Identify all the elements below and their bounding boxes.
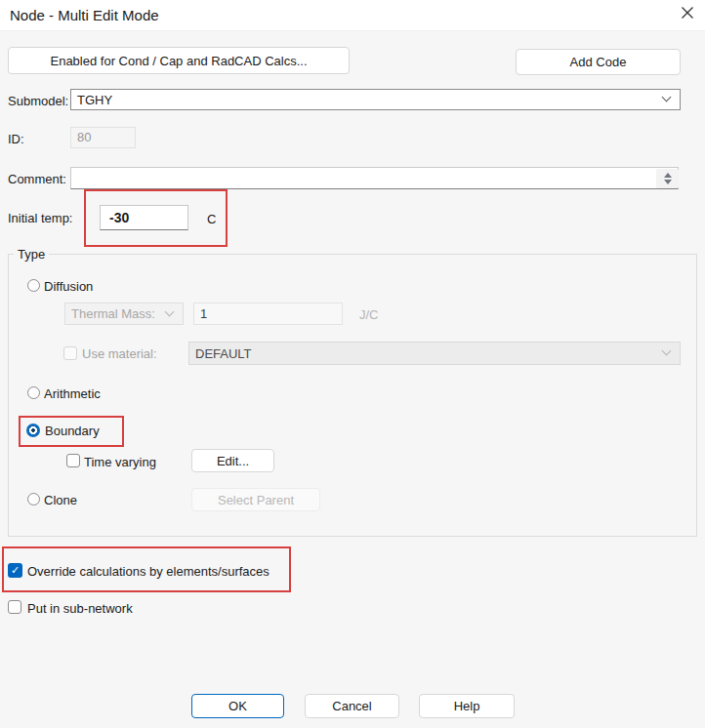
chevron-down-icon: [662, 93, 672, 102]
add-code-button[interactable]: Add Code: [516, 49, 681, 75]
submodel-value: TGHY: [77, 93, 112, 107]
title-bar: Node - Multi Edit Mode: [0, 0, 705, 31]
thermal-mass-combobox: Thermal Mass:: [64, 303, 184, 325]
comment-field[interactable]: [70, 167, 679, 189]
check-icon: ✓: [11, 564, 20, 577]
edit-button[interactable]: Edit...: [191, 449, 274, 472]
help-button[interactable]: Help: [419, 694, 515, 718]
submodel-label: Submodel:: [8, 94, 68, 108]
material-value: DEFAULT: [195, 346, 252, 361]
cancel-button[interactable]: Cancel: [305, 694, 399, 718]
thermal-mass-input: 1: [193, 303, 343, 325]
boundary-label: Boundary: [45, 424, 100, 438]
enabled-calcs-button[interactable]: Enabled for Cond / Cap and RadCAD Calcs.…: [8, 47, 350, 74]
sub-network-label: Put in sub-network: [27, 601, 133, 616]
time-varying-label: Time varying: [84, 455, 156, 469]
clone-label: Clone: [44, 493, 77, 507]
override-checkbox[interactable]: ✓: [8, 563, 22, 578]
diffusion-label: Diffusion: [44, 279, 93, 294]
arithmetic-label: Arithmetic: [44, 386, 101, 401]
chevron-down-icon: [165, 306, 175, 316]
boundary-radio[interactable]: [26, 424, 40, 437]
initial-temp-input[interactable]: -30: [100, 205, 188, 230]
id-field: 80: [70, 127, 136, 148]
spinner-down-icon[interactable]: [664, 180, 672, 184]
comment-spinner[interactable]: [656, 169, 679, 188]
close-button[interactable]: [679, 6, 696, 23]
clone-radio[interactable]: [27, 493, 40, 506]
window-title: Node - Multi Edit Mode: [10, 7, 159, 23]
spinner-up-icon[interactable]: [664, 173, 672, 178]
type-groupbox: [8, 254, 697, 537]
material-combobox: DEFAULT: [188, 342, 681, 365]
initial-temp-unit: C: [207, 212, 216, 226]
comment-label: Comment:: [8, 172, 66, 186]
id-label: ID:: [8, 132, 24, 146]
thermal-mass-value: Thermal Mass:: [71, 306, 155, 321]
sub-network-checkbox[interactable]: [8, 600, 21, 614]
select-parent-button: Select Parent: [191, 488, 320, 511]
initial-temp-label: Initial temp:: [8, 211, 72, 225]
submodel-combobox[interactable]: TGHY: [70, 89, 681, 110]
use-material-checkbox: [63, 346, 77, 360]
thermal-mass-unit: J/C: [359, 307, 379, 322]
chevron-down-icon: [662, 346, 672, 356]
ok-button[interactable]: OK: [191, 694, 284, 718]
diffusion-radio[interactable]: [27, 279, 40, 292]
type-group-title: Type: [14, 247, 49, 262]
time-varying-checkbox[interactable]: [66, 454, 80, 467]
close-icon: [681, 6, 694, 23]
override-label: Override calculations by elements/surfac…: [27, 564, 270, 579]
node-multi-edit-dialog: Node - Multi Edit Mode Enabled for Cond …: [0, 0, 705, 728]
use-material-label: Use material:: [82, 346, 157, 361]
arithmetic-radio[interactable]: [27, 386, 40, 399]
